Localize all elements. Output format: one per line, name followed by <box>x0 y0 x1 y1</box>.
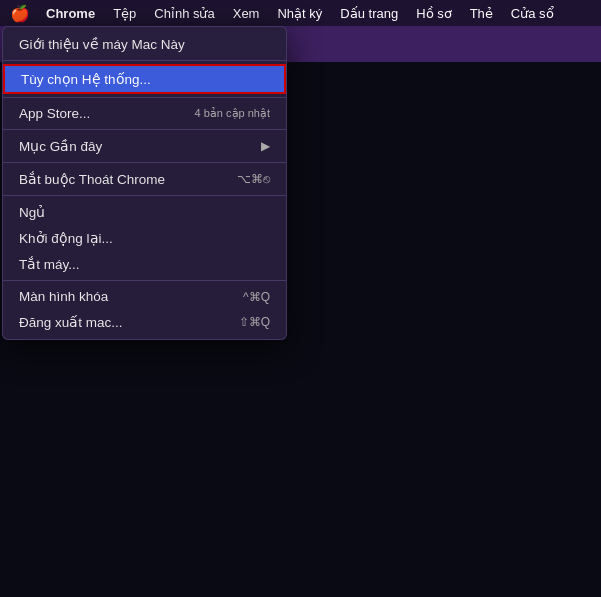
apple-dropdown-menu: Giới thiệu về máy Mac Này Tùy chọn Hệ th… <box>2 26 287 340</box>
chrome-menu-item[interactable]: Chrome <box>38 4 103 23</box>
bookmarks-menu-item[interactable]: Dấu trang <box>332 4 406 23</box>
force-quit-label: Bắt buộc Thoát Chrome <box>19 171 165 187</box>
logout-label: Đăng xuất mac... <box>19 314 123 330</box>
divider-3 <box>3 129 286 130</box>
lock-screen-shortcut: ^⌘Q <box>243 290 270 304</box>
menubar: 🍎 Chrome Tệp Chỉnh sửa Xem Nhật ký Dấu t… <box>0 0 601 26</box>
divider-4 <box>3 162 286 163</box>
sleep-menu-item[interactable]: Ngủ <box>3 199 286 225</box>
shutdown-label: Tắt máy... <box>19 256 80 272</box>
force-quit-menu-item[interactable]: Bắt buộc Thoát Chrome ⌥⌘⎋ <box>3 166 286 192</box>
divider-1 <box>3 60 286 61</box>
file-menu-item[interactable]: Tệp <box>105 4 144 23</box>
window-menu-item[interactable]: Cửa sổ <box>503 4 562 23</box>
restart-menu-item[interactable]: Khởi động lại... <box>3 225 286 251</box>
force-quit-shortcut: ⌥⌘⎋ <box>237 172 270 186</box>
shutdown-menu-item[interactable]: Tắt máy... <box>3 251 286 277</box>
lock-screen-menu-item[interactable]: Màn hình khóa ^⌘Q <box>3 284 286 309</box>
view-menu-item[interactable]: Xem <box>225 4 268 23</box>
submenu-arrow-icon: ▶ <box>261 139 270 153</box>
recent-items-menu-item[interactable]: Mục Gần đây ▶ <box>3 133 286 159</box>
edit-menu-item[interactable]: Chỉnh sửa <box>146 4 222 23</box>
app-store-label: App Store... <box>19 106 90 121</box>
sleep-label: Ngủ <box>19 204 45 220</box>
restart-label: Khởi động lại... <box>19 230 113 246</box>
profile-menu-item[interactable]: Hồ sơ <box>408 4 460 23</box>
about-mac-label: Giới thiệu về máy Mac Này <box>19 36 185 52</box>
logout-shortcut: ⇧⌘Q <box>239 315 270 329</box>
logout-menu-item[interactable]: Đăng xuất mac... ⇧⌘Q <box>3 309 286 335</box>
about-mac-menu-item[interactable]: Giới thiệu về máy Mac Này <box>3 31 286 57</box>
app-store-badge: 4 bản cập nhật <box>195 107 270 120</box>
app-store-menu-item[interactable]: App Store... 4 bản cập nhật <box>3 101 286 126</box>
system-preferences-label: Tùy chọn Hệ thống... <box>21 71 151 87</box>
divider-5 <box>3 195 286 196</box>
lock-screen-label: Màn hình khóa <box>19 289 108 304</box>
divider-6 <box>3 280 286 281</box>
system-preferences-menu-item[interactable]: Tùy chọn Hệ thống... <box>3 64 286 94</box>
history-menu-item[interactable]: Nhật ký <box>269 4 330 23</box>
recent-items-label: Mục Gần đây <box>19 138 102 154</box>
tab-menu-item[interactable]: Thẻ <box>462 4 501 23</box>
divider-2 <box>3 97 286 98</box>
apple-menu-item[interactable]: 🍎 <box>4 2 36 25</box>
